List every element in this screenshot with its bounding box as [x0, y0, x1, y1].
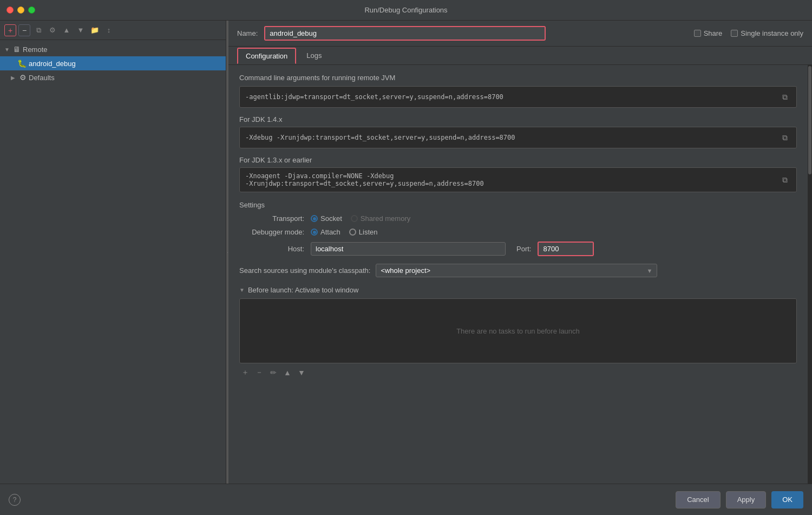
tree-item-defaults[interactable]: ▶ ⚙ Defaults — [0, 70, 226, 84]
tree-item-android-debug[interactable]: 🐛 android_debug — [0, 56, 226, 70]
share-label: Share — [704, 29, 723, 37]
close-window-button[interactable] — [6, 6, 14, 14]
maximize-window-button[interactable] — [28, 6, 35, 14]
remote-icon: 🖥 — [13, 45, 21, 54]
shared-memory-label: Shared memory — [361, 214, 410, 223]
right-panel: Name: Share Single instance only — [228, 21, 812, 484]
android-debug-icon: 🐛 — [17, 59, 27, 68]
config-header: Name: Share Single instance only — [228, 21, 812, 47]
copy-configuration-button[interactable]: ⧉ — [32, 24, 44, 36]
arrow-down-button[interactable]: ▼ — [75, 24, 87, 36]
single-instance-checkbox[interactable] — [731, 30, 738, 37]
before-launch-collapse-arrow[interactable]: ▼ — [239, 287, 245, 293]
single-instance-label: Single instance only — [741, 29, 803, 37]
jdk14-label: For JDK 1.4.x — [239, 115, 797, 123]
cmd-jdk14-block: -Xdebug -Xrunjdwp:transport=dt_socket,se… — [239, 127, 797, 148]
port-label: Port: — [516, 245, 531, 253]
classpath-select[interactable]: <whole project> ▼ — [376, 264, 657, 277]
remote-expand-arrow: ▼ — [4, 47, 11, 53]
before-launch-box: There are no tasks to run before launch — [239, 298, 797, 363]
apply-button[interactable]: Apply — [726, 491, 767, 509]
classpath-label: Search sources using module's classpath: — [239, 266, 370, 275]
help-button[interactable]: ? — [9, 494, 21, 506]
launch-add-button[interactable]: ＋ — [239, 367, 251, 379]
cmd-jdwp-text: -agentlib:jdwp=transport=dt_socket,serve… — [245, 93, 775, 101]
select-arrow-icon: ▼ — [647, 268, 653, 274]
cmd-jdk13-block: -Xnoagent -Djava.compiler=NONE -Xdebug -… — [239, 167, 797, 192]
remove-configuration-button[interactable]: − — [18, 24, 30, 36]
classpath-row: Search sources using module's classpath:… — [239, 264, 797, 277]
share-checkbox[interactable] — [694, 30, 701, 37]
main-layout: + − ⧉ ⚙ ▲ ▼ 📁 ↕ ▼ 🖥 Remote 🐛 android_deb… — [0, 21, 812, 484]
launch-remove-button[interactable]: － — [253, 367, 265, 379]
host-label: Host: — [239, 245, 304, 253]
folder-button[interactable]: 📁 — [89, 24, 101, 36]
host-input[interactable] — [311, 242, 506, 256]
name-input[interactable] — [265, 27, 545, 40]
transport-row: Transport: Socket Shared memory — [239, 214, 797, 223]
debugger-mode-radio-group: Attach Listen — [311, 228, 378, 236]
minimize-window-button[interactable] — [17, 6, 24, 14]
bottom-bar: ? Cancel Apply OK — [0, 484, 812, 515]
name-label-text: Name: — [237, 29, 258, 37]
cmd-jdk13-line1: -Xnoagent -Djava.compiler=NONE -Xdebug — [245, 172, 775, 180]
debugger-mode-label: Debugger mode: — [239, 228, 304, 236]
launch-arrow-up-button[interactable]: ▲ — [281, 367, 293, 379]
header-right: Share Single instance only — [694, 29, 803, 37]
title-bar: Run/Debug Configurations — [0, 0, 812, 21]
launch-arrow-down-button[interactable]: ▼ — [296, 367, 307, 379]
defaults-expand-arrow: ▶ — [11, 75, 17, 81]
sort-button[interactable]: ↕ — [103, 24, 115, 36]
socket-label: Socket — [320, 214, 342, 223]
copy-jdk13-button[interactable]: ⧉ — [779, 174, 791, 186]
remote-label: Remote — [23, 45, 48, 54]
socket-radio[interactable] — [311, 215, 318, 222]
name-input-wrapper — [264, 26, 546, 41]
before-launch-label: Before launch: Activate tool window — [248, 286, 359, 294]
cmd-jdwp-block: -agentlib:jdwp=transport=dt_socket,serve… — [239, 86, 797, 108]
copy-jdk14-button[interactable]: ⧉ — [779, 132, 791, 144]
cmd-jdk13-text: -Xnoagent -Djava.compiler=NONE -Xdebug -… — [245, 172, 775, 187]
share-checkbox-group: Share — [694, 29, 723, 37]
cmd-jdk13-line2: -Xrunjdwp:transport=dt_socket,server=y,s… — [245, 180, 775, 187]
right-scrollbar[interactable] — [808, 65, 812, 484]
shared-memory-radio[interactable] — [351, 215, 358, 222]
launch-toolbar: ＋ － ✏ ▲ ▼ — [239, 367, 797, 379]
launch-edit-button[interactable]: ✏ — [267, 367, 279, 379]
defaults-label: Defaults — [29, 74, 55, 82]
android-debug-label: android_debug — [29, 60, 76, 68]
port-input[interactable] — [539, 243, 593, 255]
run-debug-configurations-dialog: Run/Debug Configurations + − ⧉ ⚙ ▲ ▼ 📁 ↕… — [0, 0, 812, 515]
config-content: Command line arguments for running remot… — [228, 65, 808, 484]
settings-section: Settings Transport: Socket — [239, 201, 797, 256]
add-configuration-button[interactable]: + — [4, 24, 16, 36]
transport-radio-group: Socket Shared memory — [311, 214, 410, 223]
ok-button[interactable]: OK — [771, 491, 803, 509]
cancel-button[interactable]: Cancel — [676, 491, 720, 509]
single-instance-checkbox-group: Single instance only — [731, 29, 803, 37]
cmd-section-title: Command line arguments for running remot… — [239, 74, 797, 82]
settings-button[interactable]: ⚙ — [47, 24, 58, 36]
settings-label: Settings — [239, 201, 797, 209]
arrow-up-button[interactable]: ▲ — [61, 24, 73, 36]
attach-radio[interactable] — [311, 229, 318, 236]
socket-radio-item[interactable]: Socket — [311, 214, 342, 223]
window-title: Run/Debug Configurations — [364, 6, 447, 14]
attach-label: Attach — [320, 228, 340, 236]
transport-label: Transport: — [239, 214, 304, 223]
copy-jdwp-button[interactable]: ⧉ — [779, 91, 791, 103]
attach-radio-item[interactable]: Attach — [311, 228, 340, 236]
traffic-lights — [6, 6, 35, 14]
no-tasks-label: There are no tasks to run before launch — [456, 327, 580, 335]
listen-radio-item[interactable]: Listen — [349, 228, 378, 236]
debugger-mode-row: Debugger mode: Attach Listen — [239, 228, 797, 236]
listen-radio[interactable] — [349, 229, 356, 236]
left-panel: + − ⧉ ⚙ ▲ ▼ 📁 ↕ ▼ 🖥 Remote 🐛 android_deb… — [0, 21, 226, 484]
left-toolbar: + − ⧉ ⚙ ▲ ▼ 📁 ↕ — [0, 21, 226, 40]
configuration-tree: ▼ 🖥 Remote 🐛 android_debug ▶ ⚙ Defaults — [0, 40, 226, 484]
shared-memory-radio-item[interactable]: Shared memory — [351, 214, 410, 223]
tab-logs[interactable]: Logs — [298, 48, 330, 63]
tree-item-remote[interactable]: ▼ 🖥 Remote — [0, 42, 226, 56]
tab-configuration[interactable]: Configuration — [237, 48, 296, 64]
before-launch-header: ▼ Before launch: Activate tool window — [239, 286, 797, 294]
